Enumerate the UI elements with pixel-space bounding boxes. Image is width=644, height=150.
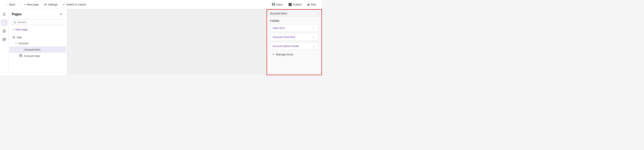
divider-1 bbox=[20, 3, 20, 7]
main-form-label: main form bbox=[273, 27, 285, 30]
right-panel-header: Account form › bbox=[267, 10, 322, 17]
right-panel-chevron-icon[interactable]: › bbox=[318, 12, 318, 15]
publish-button[interactable]: ⬛ Publish bbox=[286, 2, 304, 7]
switch-label: Switch to classic bbox=[66, 3, 86, 6]
plus-icon: + bbox=[12, 28, 14, 31]
plus-icon: + bbox=[24, 3, 26, 6]
data-icon[interactable] bbox=[1, 36, 8, 43]
svg-point-3 bbox=[3, 38, 6, 39]
right-panel: Account form › Forms main form ⋮ Account… bbox=[266, 9, 322, 75]
new-page-sidebar-button[interactable]: + New page bbox=[9, 27, 66, 32]
icon-bar: ☰ 📄 bbox=[0, 9, 8, 75]
publish-label: Publish bbox=[293, 3, 302, 6]
account-card-form-more-icon[interactable]: ⋮ bbox=[312, 35, 316, 39]
top-bar-left: ← Back + New page ⚙ Settings ↩ Switch to… bbox=[3, 2, 268, 7]
gear-icon: ⚙ bbox=[44, 3, 47, 6]
form-item-account-card[interactable]: Account Card form ⋮ bbox=[270, 33, 318, 41]
new-page-sidebar-label: New page bbox=[16, 28, 28, 31]
back-arrow-icon: ← bbox=[6, 3, 8, 6]
pages-icon[interactable]: 📄 bbox=[1, 19, 8, 26]
main-content-area bbox=[67, 9, 266, 75]
settings-button[interactable]: ⚙ Settings bbox=[42, 2, 60, 7]
table-grid-icon bbox=[19, 54, 22, 58]
sidebar-item-app-label: App bbox=[17, 36, 22, 39]
manage-forms-label: Manage forms bbox=[276, 53, 294, 56]
account-quick-create-label: Account Quick Create bbox=[273, 45, 299, 48]
hamburger-menu-icon[interactable]: ☰ bbox=[1, 11, 8, 18]
save-button[interactable]: 💾 Save bbox=[269, 2, 285, 7]
right-panel-body: Forms main form ⋮ Account Card form ⋮ Ac… bbox=[267, 17, 322, 75]
form-item-account-quick-create[interactable]: Account Quick Create ⋮ bbox=[270, 42, 318, 50]
svg-rect-6 bbox=[20, 56, 20, 57]
svg-rect-4 bbox=[20, 54, 20, 55]
account-quick-create-more-icon[interactable]: ⋮ bbox=[312, 44, 316, 48]
sidebar-item-account-form-label: Account form bbox=[24, 48, 41, 51]
svg-rect-7 bbox=[21, 56, 22, 57]
main-layout: ☰ 📄 Pages ✕ 🔍 + New bbox=[0, 9, 322, 75]
main-form-more-icon[interactable]: ⋮ bbox=[312, 26, 316, 30]
sidebar-item-account-view-label: Account view bbox=[24, 54, 40, 58]
account-card-form-label: Account Card form bbox=[273, 36, 295, 39]
forms-section-label: Forms bbox=[270, 20, 318, 23]
sidebar-item-app[interactable]: ⊞ App bbox=[9, 34, 66, 40]
manage-forms-button[interactable]: ✏ Manage forms bbox=[270, 51, 296, 58]
switch-icon: ↩ bbox=[63, 3, 65, 6]
top-bar: ← Back + New page ⚙ Settings ↩ Switch to… bbox=[0, 0, 322, 9]
sidebar-item-account-label: Account bbox=[18, 42, 28, 45]
play-label: Play bbox=[311, 3, 316, 6]
save-icon: 💾 bbox=[272, 3, 275, 6]
svg-rect-0 bbox=[3, 30, 6, 30]
play-button[interactable]: ▶ Play bbox=[305, 2, 318, 7]
sidebar-item-account-form[interactable]: 📄 Account form bbox=[9, 46, 66, 53]
svg-rect-1 bbox=[3, 31, 6, 31]
pages-panel: Pages ✕ 🔍 + New page ⊞ App ∨ Account 📄 A… bbox=[8, 9, 67, 75]
chevron-down-icon: ∨ bbox=[15, 42, 17, 45]
close-panel-button[interactable]: ✕ bbox=[58, 12, 64, 17]
form-item-main-form[interactable]: main form ⋮ bbox=[270, 24, 318, 32]
pencil-icon: ✏ bbox=[272, 53, 275, 56]
form-doc-icon: 📄 bbox=[19, 48, 23, 51]
svg-rect-5 bbox=[21, 54, 22, 55]
svg-rect-2 bbox=[3, 32, 6, 32]
sidebar-item-account[interactable]: ∨ Account bbox=[9, 40, 66, 46]
save-label: Save bbox=[276, 3, 282, 6]
back-button[interactable]: ← Back bbox=[3, 2, 18, 7]
pages-panel-title: Pages bbox=[12, 12, 22, 16]
search-box[interactable]: 🔍 bbox=[11, 19, 64, 25]
pages-panel-header: Pages ✕ bbox=[8, 9, 67, 19]
switch-to-classic-button[interactable]: ↩ Switch to classic bbox=[61, 2, 88, 7]
list-view-icon[interactable] bbox=[1, 28, 8, 34]
search-icon: 🔍 bbox=[13, 21, 16, 24]
sidebar-item-account-view[interactable]: Account view bbox=[9, 53, 66, 59]
top-bar-right: 💾 Save ⬛ Publish ▶ Play bbox=[269, 2, 318, 7]
search-input[interactable] bbox=[18, 21, 62, 24]
publish-icon: ⬛ bbox=[288, 3, 292, 6]
settings-label: Settings bbox=[48, 3, 58, 6]
new-page-label: New page bbox=[26, 3, 39, 6]
back-label: Back bbox=[9, 3, 15, 6]
right-panel-title: Account form bbox=[270, 12, 287, 15]
app-grid-icon: ⊞ bbox=[12, 36, 15, 39]
new-page-button[interactable]: + New page bbox=[22, 2, 41, 7]
play-icon: ▶ bbox=[308, 3, 310, 6]
